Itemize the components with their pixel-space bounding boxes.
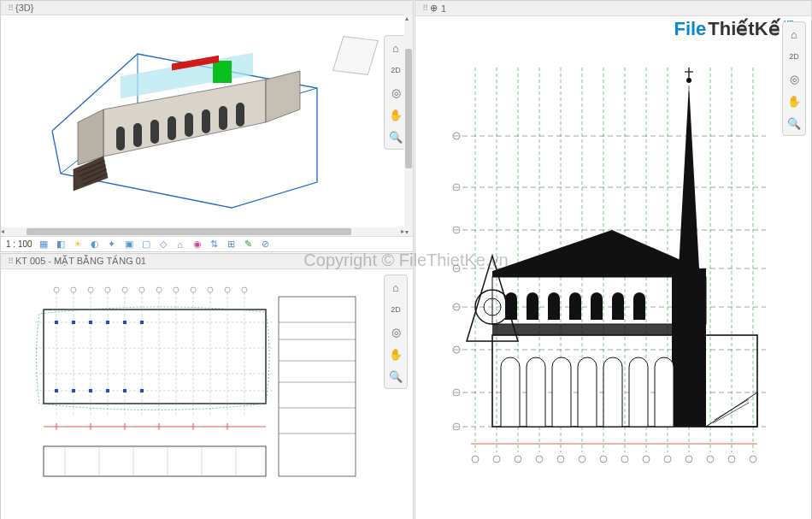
svg-point-112: [600, 456, 607, 463]
svg-point-114: [643, 456, 650, 463]
view-control-bar-3d: 1 : 100 ▦ ◧ ☀ ◐ ✦ ▣ ▢ ◇ ⌂ ◉ ⇅ ⊞ ✎ ⊘: [1, 236, 413, 251]
svg-rect-29: [44, 310, 266, 404]
pane-3d-title-text: {3D}: [15, 3, 33, 13]
svg-rect-63: [140, 321, 144, 324]
model-3d-church[interactable]: [44, 28, 334, 216]
viewcube[interactable]: [332, 32, 379, 79]
svg-marker-128: [679, 85, 699, 268]
zoom-icon[interactable]: 🔍: [387, 128, 404, 145]
svg-rect-9: [168, 116, 176, 140]
zoom-icon[interactable]: 🔍: [786, 115, 803, 132]
show-crop-icon[interactable]: ▢: [140, 239, 152, 251]
svg-rect-64: [55, 389, 58, 392]
svg-marker-135: [492, 324, 706, 335]
constraints-icon[interactable]: ⊘: [260, 239, 272, 251]
svg-marker-4: [78, 109, 103, 165]
pane-3d-titlebar[interactable]: ⠿ {3D}: [1, 1, 413, 15]
svg-point-48: [88, 287, 93, 292]
sun-path-icon[interactable]: ☀: [72, 239, 84, 251]
drag-handle-icon: ⠿: [8, 3, 12, 13]
svg-line-142: [713, 403, 749, 423]
svg-rect-68: [123, 389, 127, 392]
svg-point-106: [472, 456, 479, 463]
svg-rect-6: [116, 127, 125, 150]
viewcube-cube[interactable]: [332, 36, 379, 75]
svg-rect-59: [72, 321, 75, 324]
svg-point-51: [139, 287, 144, 292]
drawing-church-elevation[interactable]: [441, 50, 774, 478]
svg-rect-65: [72, 389, 75, 392]
temporary-hide-icon[interactable]: ⌂: [174, 239, 186, 251]
svg-point-117: [707, 456, 714, 463]
analytical-icon[interactable]: ⊞: [226, 239, 238, 251]
pane-3d-canvas[interactable]: [1, 15, 413, 237]
svg-marker-133: [492, 230, 706, 277]
svg-rect-66: [89, 389, 92, 392]
svg-marker-5: [266, 71, 300, 122]
brand-watermark: File ThiếtKế .vn: [674, 18, 794, 40]
worksharing-icon[interactable]: ⇅: [209, 239, 221, 251]
pane-plan-titlebar[interactable]: ⠿ KT 005 - MẶT BẰNG TẦNG 01: [1, 254, 413, 269]
pane-elev-title-text: 1: [441, 3, 446, 14]
render-dialog-icon[interactable]: ✦: [106, 239, 118, 251]
home-icon[interactable]: ⌂: [387, 39, 404, 56]
svg-rect-10: [185, 113, 193, 137]
hide-isolate-icon[interactable]: ◇: [157, 239, 169, 251]
svg-point-108: [515, 456, 521, 463]
svg-point-110: [557, 456, 564, 463]
scrollbar-horizontal[interactable]: ◂▸: [1, 227, 404, 236]
svg-rect-132: [672, 268, 706, 427]
svg-rect-8: [150, 120, 159, 144]
svg-point-47: [71, 287, 76, 292]
svg-point-113: [621, 456, 628, 463]
svg-rect-7: [133, 123, 142, 147]
svg-point-49: [105, 287, 110, 292]
pane-plan-title-text: KT 005 - MẶT BẰNG TẦNG 01: [15, 256, 146, 267]
pan-hand-icon[interactable]: ✋: [786, 92, 803, 109]
drag-handle-icon: ⠿: [8, 257, 12, 266]
reveal-hidden-icon[interactable]: ◉: [191, 239, 203, 251]
svg-point-115: [664, 456, 671, 463]
svg-point-118: [728, 456, 735, 463]
pane-plan-canvas[interactable]: [1, 269, 413, 519]
scale-label[interactable]: 1 : 100: [6, 239, 32, 249]
svg-rect-61: [106, 321, 109, 324]
brand-part2: ThiếtKế: [708, 18, 780, 40]
svg-rect-22: [279, 297, 356, 476]
svg-rect-67: [106, 389, 109, 392]
home-icon[interactable]: ⌂: [387, 279, 404, 296]
svg-point-52: [156, 287, 162, 292]
steering-wheel-icon[interactable]: ◎: [387, 84, 404, 101]
crop-view-icon[interactable]: ▣: [123, 239, 135, 251]
label-2d-icon[interactable]: 2D: [387, 301, 404, 318]
highlight-icon[interactable]: ✎: [243, 239, 255, 251]
steering-wheel-icon[interactable]: ◎: [786, 70, 803, 87]
detail-level-icon[interactable]: ▦: [38, 239, 50, 251]
pan-hand-icon[interactable]: ✋: [387, 345, 404, 363]
scrollbar-vertical[interactable]: ▴▾: [404, 15, 413, 236]
svg-rect-69: [140, 389, 144, 392]
pane-elevation-view: ⠿ ⊕ 1 File ThiếtKế .vn: [415, 0, 812, 519]
zoom-icon[interactable]: 🔍: [387, 368, 404, 385]
nav-bar-elev: ⌂ 2D ◎ ✋ 🔍: [782, 21, 806, 136]
svg-rect-13: [236, 103, 244, 127]
svg-point-56: [225, 287, 230, 292]
svg-point-111: [579, 456, 585, 463]
visual-style-icon[interactable]: ◧: [55, 239, 67, 251]
steering-wheel-icon[interactable]: ◎: [387, 323, 404, 340]
home-icon[interactable]: ⌂: [786, 26, 803, 43]
pane-elev-canvas[interactable]: File ThiếtKế .vn: [415, 16, 811, 519]
svg-point-50: [122, 287, 127, 292]
pan-hand-icon[interactable]: ✋: [387, 106, 404, 123]
svg-rect-77: [44, 446, 266, 476]
label-2d-icon[interactable]: 2D: [387, 62, 404, 79]
pane-elev-titlebar[interactable]: ⠿ ⊕ 1: [415, 1, 811, 16]
drawing-floorplan[interactable]: [26, 280, 360, 493]
svg-rect-12: [219, 106, 227, 130]
svg-point-116: [685, 456, 692, 463]
svg-rect-15: [213, 61, 232, 83]
shadows-icon[interactable]: ◐: [89, 239, 101, 251]
svg-point-46: [54, 287, 59, 292]
label-2d-icon[interactable]: 2D: [786, 48, 803, 65]
drag-handle-icon: ⠿: [422, 3, 427, 13]
